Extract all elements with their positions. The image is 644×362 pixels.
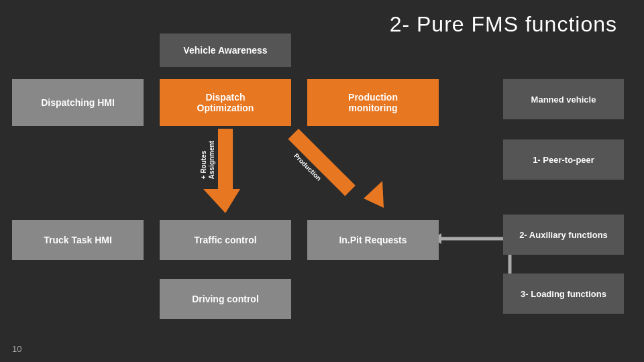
- production-monitoring-box: Productionmonitoring: [307, 79, 439, 126]
- svg-rect-2: [218, 129, 233, 189]
- inpit-requests-box: In.Pit Requests: [307, 220, 439, 260]
- page-title: 2- Pure FMS functions: [390, 12, 617, 37]
- driving-control-box: Driving control: [160, 279, 291, 319]
- peer-to-peer-label: 1- Peer-to-peer: [503, 139, 624, 180]
- dispatching-hmi-box: Dispatching HMI: [12, 79, 144, 126]
- svg-marker-5: [364, 181, 384, 208]
- traffic-control-box: Traffic control: [160, 220, 291, 260]
- auxiliary-functions-label: 2- Auxiliary functions: [503, 215, 624, 255]
- loading-functions-label: 3- Loading functions: [503, 274, 624, 314]
- dispatch-optimization-box: DispatchOptimization: [160, 79, 291, 126]
- slide: 2- Pure FMS functions Vehicle Awareness …: [0, 0, 644, 362]
- assignment-routes-label: Assignment+ Routes: [192, 141, 216, 179]
- svg-marker-3: [203, 189, 240, 213]
- production-arc-label: Production: [292, 152, 323, 182]
- truck-task-hmi-box: Truck Task HMI: [12, 220, 144, 260]
- vehicle-awareness-box: Vehicle Awareness: [160, 34, 291, 67]
- page-number: 10: [12, 344, 21, 354]
- manned-vehicle-label: Manned vehicle: [503, 79, 624, 119]
